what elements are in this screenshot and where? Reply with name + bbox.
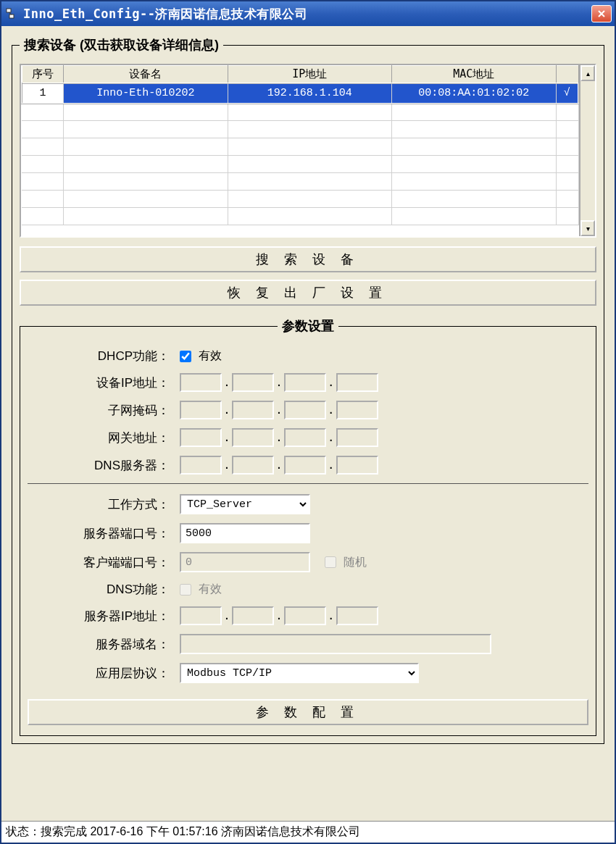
close-button[interactable] (591, 5, 612, 22)
params-legend: 参数设置 (278, 317, 338, 335)
col-mac[interactable]: MAC地址 (392, 66, 556, 83)
server-ip-label: 服务器IP地址： (28, 608, 180, 624)
col-name[interactable]: 设备名 (64, 66, 228, 83)
restore-factory-button[interactable]: 恢 复 出 厂 设 置 (20, 280, 596, 306)
scroll-down-button[interactable]: ▾ (580, 220, 595, 236)
device-ip-octet-2[interactable] (232, 373, 274, 392)
client-port-label: 客户端端口号： (28, 554, 180, 571)
subnet-octet-4[interactable] (336, 401, 378, 419)
server-port-label: 服务器端口号： (28, 525, 180, 542)
scroll-track[interactable] (580, 81, 595, 220)
random-port-label: 随机 (344, 555, 367, 570)
titlebar: Inno_Eth_Config--济南因诺信息技术有限公司 (1, 1, 615, 26)
device-ip-octet-4[interactable] (336, 373, 378, 392)
device-table[interactable]: 序号 设备名 IP地址 MAC地址 1 Inno-Eth-010202 (21, 65, 579, 225)
client-port-input (180, 552, 310, 572)
table-row[interactable] (22, 156, 578, 173)
dhcp-checkbox-label: 有效 (199, 348, 222, 364)
dns-octet-2[interactable] (232, 456, 274, 475)
dns-octet-4[interactable] (336, 456, 378, 475)
server-ip-octet-4[interactable] (336, 606, 378, 625)
dns-octet-1[interactable] (180, 456, 222, 475)
work-mode-select[interactable]: TCP_Server (180, 494, 310, 514)
window-title: Inno_Eth_Config--济南因诺信息技术有限公司 (23, 6, 591, 22)
search-device-button[interactable]: 搜 索 设 备 (20, 246, 596, 272)
app-icon (4, 7, 19, 21)
cell-chk: √ (556, 83, 578, 104)
svg-rect-0 (7, 9, 11, 12)
search-device-group: 搜索设备 (双击获取设备详细信息) 序号 设备名 IP地址 MAC地址 (12, 36, 604, 744)
device-ip-label: 设备IP地址： (28, 375, 180, 391)
config-params-button[interactable]: 参 数 配 置 (28, 699, 588, 725)
work-mode-label: 工作方式： (28, 496, 180, 513)
divider (28, 483, 588, 484)
server-ip-octet-1[interactable] (180, 606, 222, 625)
gateway-octet-1[interactable] (180, 428, 222, 447)
gateway-octet-2[interactable] (232, 428, 274, 447)
dns-func-checkbox (180, 584, 191, 596)
col-ip[interactable]: IP地址 (228, 66, 391, 83)
cell-mac: 00:08:AA:01:02:02 (392, 83, 556, 104)
app-window: Inno_Eth_Config--济南因诺信息技术有限公司 搜索设备 (双击获取… (0, 0, 616, 844)
status-bar: 状态：搜索完成 2017-6-16 下午 01:57:16 济南因诺信息技术有限… (1, 821, 615, 843)
subnet-octet-3[interactable] (284, 401, 326, 419)
server-domain-label: 服务器域名： (28, 636, 180, 653)
dns-octet-3[interactable] (284, 456, 326, 475)
server-ip-octet-2[interactable] (232, 606, 274, 625)
dns-func-label: DNS功能： (28, 581, 180, 598)
search-group-legend: 搜索设备 (双击获取设备详细信息) (20, 36, 223, 54)
random-port-checkbox (325, 556, 336, 568)
cell-name: Inno-Eth-010202 (64, 83, 228, 104)
cell-ip: 192.168.1.104 (228, 83, 391, 104)
col-seq[interactable]: 序号 (22, 66, 64, 83)
server-port-input[interactable] (180, 523, 310, 543)
dhcp-label: DHCP功能： (28, 348, 180, 364)
subnet-octet-1[interactable] (180, 401, 222, 419)
client-area: 搜索设备 (双击获取设备详细信息) 序号 设备名 IP地址 MAC地址 (1, 26, 615, 821)
table-row[interactable] (22, 121, 578, 138)
table-row[interactable]: 1 Inno-Eth-010202 192.168.1.104 00:08:AA… (22, 83, 578, 104)
server-domain-input (180, 634, 491, 654)
dhcp-checkbox[interactable] (180, 351, 191, 362)
table-row[interactable] (22, 138, 578, 156)
subnet-octet-2[interactable] (232, 401, 274, 419)
subnet-label: 子网掩码： (28, 402, 180, 419)
table-header-row: 序号 设备名 IP地址 MAC地址 (22, 66, 578, 83)
device-ip-octet-3[interactable] (284, 373, 326, 392)
gateway-label: 网关地址： (28, 430, 180, 446)
table-scrollbar[interactable]: ▴ ▾ (579, 65, 595, 236)
device-ip-octet-1[interactable] (180, 373, 222, 392)
table-row[interactable] (22, 191, 578, 208)
table-row[interactable] (22, 104, 578, 121)
server-ip-octet-3[interactable] (284, 606, 326, 625)
table-row[interactable] (22, 173, 578, 191)
app-proto-select[interactable]: Modbus TCP/IP (180, 663, 419, 683)
cell-seq: 1 (22, 83, 64, 104)
params-group: 参数设置 DHCP功能： 有效 设备IP地址： . . . (20, 317, 596, 736)
svg-rect-1 (9, 14, 14, 18)
device-table-wrap: 序号 设备名 IP地址 MAC地址 1 Inno-Eth-010202 (20, 64, 596, 238)
dns-server-label: DNS服务器： (28, 457, 180, 474)
table-row[interactable] (22, 208, 578, 225)
col-chk[interactable] (556, 66, 578, 83)
gateway-octet-4[interactable] (336, 428, 378, 447)
gateway-octet-3[interactable] (284, 428, 326, 447)
dns-func-checkbox-label: 有效 (199, 582, 222, 597)
app-proto-label: 应用层协议： (28, 665, 180, 682)
scroll-up-button[interactable]: ▴ (580, 65, 595, 81)
